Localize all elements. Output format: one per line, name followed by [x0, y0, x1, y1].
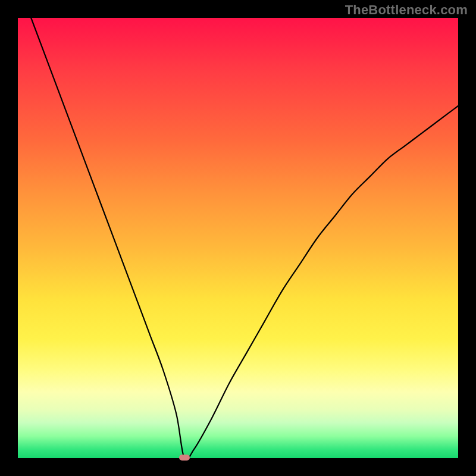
- curve-path: [18, 0, 458, 460]
- bottleneck-curve: [18, 18, 458, 458]
- watermark-label: TheBottleneck.com: [345, 2, 468, 18]
- minimum-marker: [179, 455, 190, 461]
- plot-area: [18, 18, 458, 458]
- outer-frame: TheBottleneck.com: [0, 0, 476, 476]
